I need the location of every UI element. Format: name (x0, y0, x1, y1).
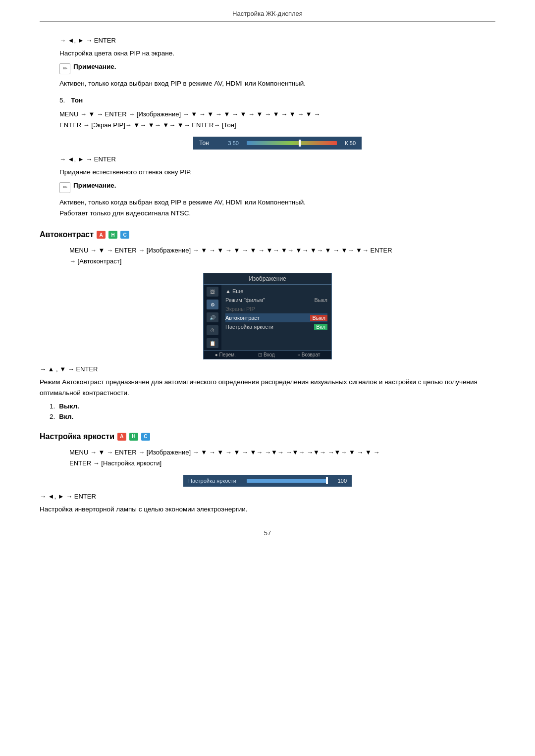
brightness-heading: Настройка яркости A H C (40, 432, 495, 441)
ton-slider-thumb (299, 140, 301, 147)
page-footer: 57 (40, 529, 495, 537)
autocontrast-item-2: 2. Вкл. (50, 413, 495, 420)
brightness-slider-label: Настройка яркости (188, 478, 243, 484)
osd-icon-1: 🖼 (207, 287, 218, 297)
osd-icon-2: ⚙ (207, 300, 218, 309)
osd-icons: 🖼 ⚙ 🔊 ⏱ 📋 (204, 285, 221, 350)
autocontrast-menu-path: MENU → ▼ → ENTER → [Изображение] → ▼ → ▼… (69, 245, 495, 267)
autocontrast-osd: Изображение 🖼 ⚙ 🔊 ⏱ 📋 ▲ Еще (203, 273, 332, 359)
ton-item-header: 5. Тон (59, 97, 495, 104)
page-number: 57 (264, 529, 271, 537)
brightness-slider-widget: Настройка яркости 100 (183, 475, 352, 487)
osd-icon-5: 📋 (207, 338, 218, 348)
autocontrast-description: Режим Автоконтраст предназначен для авто… (40, 377, 495, 398)
osd-menu-item-autocontrast: Автоконтраст Выкл (225, 313, 327, 322)
brightness-description: Настройка инверторной лампы с целью экон… (40, 504, 495, 515)
osd-footer: ● Перем. ⊡ Вход ○ Возврат (204, 350, 331, 359)
ton-slider-label: Тон (199, 140, 224, 147)
osd-menu-item-film: Режим "фильм" Выкл (225, 296, 327, 304)
brightness-slider-track (247, 479, 328, 483)
brightness-menu-path: MENU → ▼ → ENTER → [Изображение] → ▼ → ▼… (69, 447, 495, 469)
brightness-slider-thumb (326, 477, 328, 484)
header-title: Настройка ЖК-дисплея (232, 10, 303, 17)
note-label-1: Примечание. (73, 63, 116, 70)
badge-a: A (97, 231, 106, 239)
osd-menu: ▲ Еще Режим "фильм" Выкл Экраны PIP Авто… (221, 285, 331, 350)
osd-menu-item-more: ▲ Еще (225, 287, 327, 296)
ton-slider-widget: Тон З 50 К 50 (193, 137, 362, 150)
page-header: Настройка ЖК-дисплея (40, 10, 495, 22)
osd-footer-back: ○ Возврат (297, 352, 320, 357)
osd-title: Изображение (204, 273, 331, 285)
note-active-text-1: Активен, только когда выбран вход PIP в … (59, 78, 495, 89)
note-icon-2: ✏ (59, 182, 70, 193)
autocontrast-arrow-line: → ▲ , ▼ → ENTER (40, 365, 495, 373)
note-label-2: Примечание. (73, 182, 116, 189)
osd-icon-3: 🔊 (207, 312, 218, 322)
arrow-line-top: → ◄, ► → ENTER (59, 37, 495, 44)
osd-body: 🖼 ⚙ 🔊 ⏱ 📋 ▲ Еще Режим "фильм" Выкл (204, 285, 331, 350)
badge-c: C (120, 231, 129, 239)
ton-slider-right: К 50 (341, 140, 356, 146)
ton-number: 5. (59, 97, 65, 104)
osd-menu-item-brightness: Настройка яркости Вкл (225, 322, 327, 331)
note-block-1: ✏ Примечание. (59, 63, 495, 74)
autocontrast-item-1: 1. Выкл. (50, 403, 495, 410)
autocontrast-osd-container: Изображение 🖼 ⚙ 🔊 ⏱ 📋 ▲ Еще (40, 273, 495, 359)
brightness-badge-c: C (141, 433, 150, 441)
brightness-badge-h: H (129, 433, 138, 441)
ton-slider-container: Тон З 50 К 50 (59, 137, 495, 150)
ton-slider-track (247, 141, 337, 145)
brightness-section: Настройка яркости A H C MENU → ▼ → ENTER… (40, 432, 495, 515)
pip-color-description: Настройка цвета окна PIP на экране. (59, 48, 495, 59)
ton-description: Придание естественного оттенка окну PIP. (59, 167, 495, 178)
osd-footer-enter: ⊡ Вход (258, 352, 274, 357)
osd-icon-4: ⏱ (207, 325, 218, 335)
page-container: Настройка ЖК-дисплея → ◄, ► → ENTER Наст… (0, 0, 535, 756)
osd-footer-move: ● Перем. (215, 352, 236, 357)
arrow-line-bottom: → ◄, ► → ENTER (59, 155, 495, 163)
autocontrast-section: Автоконтраст A H C MENU → ▼ → ENTER → [И… (40, 230, 495, 420)
note-block-2: ✏ Примечание. (59, 182, 495, 193)
autocontrast-heading: Автоконтраст A H C (40, 230, 495, 239)
osd-menu-item-pip: Экраны PIP (225, 304, 327, 313)
badge-h: H (108, 231, 117, 239)
ton-label: Тон (71, 97, 83, 104)
note-icon-1: ✏ (59, 63, 70, 74)
brightness-arrow-line: → ◄, ► → ENTER (40, 493, 495, 500)
ton-section: → ◄, ► → ENTER Настройка цвета окна PIP … (59, 37, 495, 218)
brightness-badge-a: A (117, 433, 126, 441)
brightness-slider-val: 100 (332, 478, 347, 484)
ton-menu-path: MENU → ▼ → ENTER → [Изображение] → ▼ → ▼… (59, 109, 495, 131)
note-active-text-2: Активен, только когда выбран вход PIP в … (59, 197, 495, 218)
ton-slider-left: З 50 (228, 140, 243, 146)
brightness-slider-container: Настройка яркости 100 (40, 475, 495, 487)
